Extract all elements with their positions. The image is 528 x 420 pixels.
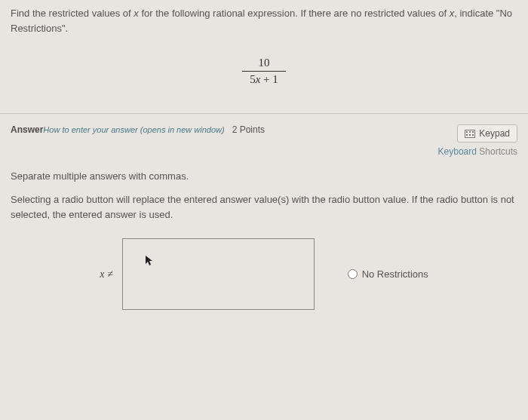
no-restrictions-option[interactable]: No Restrictions [348, 268, 428, 280]
numerator: 10 [242, 57, 286, 71]
svg-rect-2 [469, 131, 471, 133]
radio-instruction: Selecting a radio button will replace th… [11, 192, 517, 222]
svg-rect-3 [472, 131, 474, 133]
keypad-icon [465, 130, 475, 138]
no-restrictions-radio[interactable] [348, 269, 358, 279]
svg-rect-6 [472, 134, 474, 136]
keypad-button[interactable]: Keypad [457, 124, 517, 143]
denominator: 5x + 1 [242, 71, 286, 86]
answer-header: AnswerHow to enter your answer (opens in… [11, 124, 265, 135]
keyboard-shortcuts-link[interactable]: Keyboard Shortcuts [438, 146, 517, 157]
howto-link[interactable]: How to enter your answer (opens in new w… [43, 125, 224, 134]
svg-rect-5 [469, 134, 471, 136]
rational-expression: 10 5x + 1 [11, 57, 517, 86]
answer-input[interactable] [122, 238, 315, 310]
points-label: 2 Points [232, 124, 265, 135]
separate-instruction: Separate multiple answers with commas. [11, 170, 517, 182]
question-text: Find the restricted values of x for the … [11, 6, 517, 35]
svg-rect-4 [466, 134, 468, 136]
x-not-equal-label: x ≠ [100, 268, 114, 281]
svg-rect-1 [466, 131, 468, 133]
